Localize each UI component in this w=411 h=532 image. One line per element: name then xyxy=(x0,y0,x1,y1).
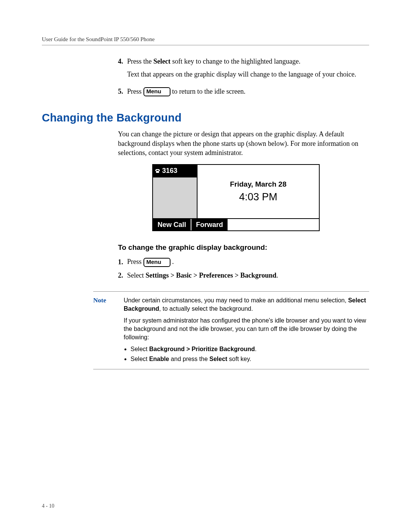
display-date: Friday, March 28 xyxy=(230,179,287,189)
bold: Select xyxy=(209,356,227,362)
display-blank-area xyxy=(153,177,197,219)
extension-number: 3163 xyxy=(162,166,177,175)
text: Press the xyxy=(127,58,153,65)
menu-hardkey-icon: Menu xyxy=(143,87,170,96)
header-rule xyxy=(42,45,369,45)
text: Under certain circumstances, you may nee… xyxy=(124,297,348,304)
proc-step-2: 2. Select Settings > Basic > Preferences… xyxy=(118,271,369,280)
note-callout: Note Under certain circumstances, you ma… xyxy=(93,291,369,369)
text: to return to the idle screen. xyxy=(172,88,245,95)
proc-step-1: 1. Press Menu . xyxy=(118,257,369,267)
step-body: Select Settings > Basic > Preferences > … xyxy=(127,271,369,280)
note-label: Note xyxy=(93,296,124,364)
note-row: Note Under certain circumstances, you ma… xyxy=(93,292,369,369)
softkey-row: New Call Forward xyxy=(153,218,319,230)
note-bullet: Select Enable and press the Select soft … xyxy=(131,355,369,363)
phone-icon xyxy=(155,168,161,174)
softkey-new-call: New Call xyxy=(153,219,191,230)
menu-hardkey-icon: Menu xyxy=(143,258,170,267)
text: Press xyxy=(127,258,143,265)
page-number: 4 - 10 xyxy=(42,503,54,509)
text: soft key to change to the highlighted la… xyxy=(170,58,300,65)
body-column-section: You can change the picture or design tha… xyxy=(118,129,369,280)
text: Press xyxy=(127,88,143,95)
note-body: Under certain circumstances, you may nee… xyxy=(124,296,369,364)
text: Select xyxy=(127,272,145,279)
bold: Enable xyxy=(149,356,169,362)
body-column-top: 4. Press the Select soft key to change t… xyxy=(118,57,369,96)
menu-path: Settings > Basic > Preferences > Backgro… xyxy=(145,272,276,279)
note-bullet: Select Background > Prioritize Backgroun… xyxy=(131,345,369,353)
text: Select xyxy=(131,356,149,362)
display-main: 3163 Friday, March 28 4:03 PM xyxy=(153,165,319,218)
note-paragraph: If your system administrator has configu… xyxy=(124,316,369,341)
step-body: Press the Select soft key to change to t… xyxy=(127,57,369,83)
text: . xyxy=(276,272,278,279)
bold: Background > Prioritize Background xyxy=(149,346,255,352)
softkey-spacer xyxy=(228,219,319,230)
phone-display-figure: 3163 Friday, March 28 4:03 PM New Call F… xyxy=(152,164,320,231)
text: and press the xyxy=(169,356,209,362)
paragraph: Text that appears on the graphic display… xyxy=(127,70,369,79)
step-5: 5. Press Menu to return to the idle scre… xyxy=(118,87,369,97)
step-4: 4. Press the Select soft key to change t… xyxy=(118,57,369,83)
note-paragraph: Under certain circumstances, you may nee… xyxy=(124,296,369,313)
bold: Select xyxy=(153,58,170,65)
step-number: 5. xyxy=(118,87,127,96)
document-page: User Guide for the SoundPoint IP 550/560… xyxy=(0,0,411,532)
section-heading: Changing the Background xyxy=(42,112,369,124)
procedure-heading: To change the graphic display background… xyxy=(118,243,369,252)
intro-paragraph: You can change the picture or design tha… xyxy=(118,129,369,157)
extension-label: 3163 xyxy=(153,165,197,177)
text: . xyxy=(255,346,256,352)
text: , to actually select the background. xyxy=(159,305,253,312)
step-number: 2. xyxy=(118,271,127,280)
text: . xyxy=(172,258,174,265)
step-number: 1. xyxy=(118,257,127,267)
softkey-forward: Forward xyxy=(191,219,228,230)
display-datetime: Friday, March 28 4:03 PM xyxy=(198,165,319,218)
running-header: User Guide for the SoundPoint IP 550/560… xyxy=(42,36,369,43)
display-time: 4:03 PM xyxy=(239,190,277,204)
step-number: 4. xyxy=(118,57,127,83)
step-body: Press Menu . xyxy=(127,257,369,267)
note-rule-bottom xyxy=(93,369,369,369)
text: Select xyxy=(131,346,149,352)
svg-rect-0 xyxy=(156,171,159,173)
display-left-col: 3163 xyxy=(153,165,198,218)
text: soft key. xyxy=(227,356,251,362)
note-bullet-list: Select Background > Prioritize Backgroun… xyxy=(124,345,369,363)
step-body: Press Menu to return to the idle screen. xyxy=(127,87,369,97)
